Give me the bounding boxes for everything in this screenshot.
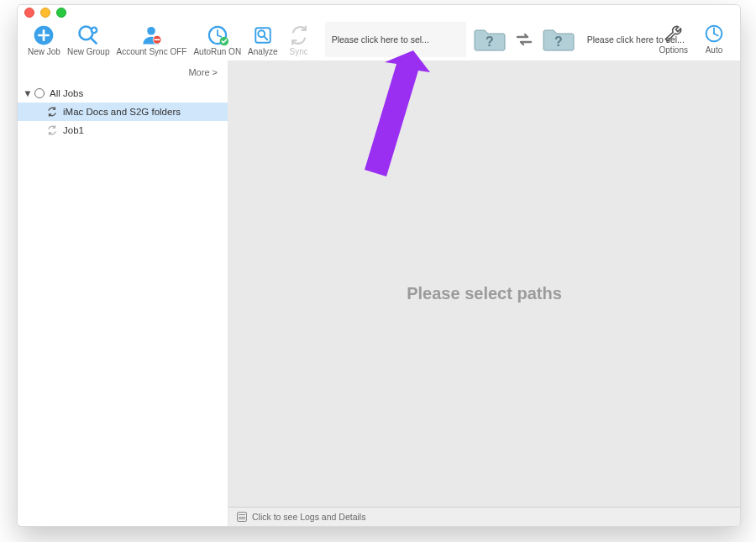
tree-item-imac-docs[interactable]: iMac Docs and S2G folders — [18, 103, 228, 121]
analyze-button[interactable]: Analyze — [244, 22, 281, 56]
left-path-selector[interactable]: Please click here to sel... — [325, 22, 466, 57]
svg-rect-7 — [92, 29, 96, 31]
status-bar[interactable]: Click to see Logs and Details — [228, 507, 740, 526]
svg-line-4 — [92, 39, 97, 44]
svg-point-8 — [148, 27, 156, 35]
sync-small-icon — [46, 124, 58, 136]
autorun-label: AutoRun ON — [193, 47, 241, 56]
disclosure-triangle-icon: ▼ — [23, 88, 33, 98]
svg-rect-2 — [38, 34, 50, 37]
list-icon — [237, 512, 247, 522]
svg-line-23 — [714, 34, 718, 35]
status-text: Click to see Logs and Details — [252, 512, 365, 522]
more-link[interactable]: More > — [18, 61, 228, 84]
svg-line-18 — [264, 36, 267, 39]
job-tree: ▼ All Jobs iMac Docs and S2G folders — [18, 84, 228, 526]
tree-item-label: iMac Docs and S2G folders — [63, 107, 181, 117]
toolbar-right-group: Options Auto — [656, 20, 732, 55]
sync-arrows-icon — [285, 24, 313, 47]
tree-root-all-jobs[interactable]: ▼ All Jobs — [18, 84, 228, 103]
new-group-button[interactable]: New Group — [64, 22, 113, 56]
autorun-button[interactable]: AutoRun ON — [190, 22, 244, 56]
jobs-sidebar: More > ▼ All Jobs iMac Docs and S2G fold… — [18, 61, 228, 526]
options-button[interactable]: Options — [656, 20, 691, 55]
clock-icon — [700, 22, 728, 45]
analyze-icon — [249, 24, 277, 47]
app-window: New Job New Group Account Sync OFF AutoR… — [17, 4, 741, 527]
left-path-text: Please click here to sel... — [332, 34, 429, 45]
search-plus-icon — [74, 24, 102, 47]
account-sync-button[interactable]: Account Sync OFF — [113, 22, 190, 56]
main-toolbar: New Job New Group Account Sync OFF AutoR… — [18, 20, 740, 61]
tree-root-label: All Jobs — [50, 88, 83, 98]
user-sync-icon — [137, 24, 165, 47]
right-folder-icon[interactable]: ? — [540, 25, 577, 54]
sync-button[interactable]: Sync — [281, 22, 317, 56]
tree-item-job1[interactable]: Job1 — [18, 121, 228, 139]
wrench-icon — [659, 22, 688, 45]
window-close-button[interactable] — [24, 8, 34, 18]
work-area: More > ▼ All Jobs iMac Docs and S2G fold… — [18, 61, 740, 526]
new-job-button[interactable]: New Job — [24, 22, 64, 56]
left-folder-icon[interactable]: ? — [471, 25, 508, 54]
plus-circle-icon — [29, 24, 58, 47]
circle-outline-icon — [34, 88, 45, 98]
options-label: Options — [659, 45, 688, 55]
path-selector-area: Please click here to sel... ? ? Please c… — [325, 22, 685, 57]
svg-text:?: ? — [486, 34, 494, 49]
window-maximize-button[interactable] — [56, 8, 66, 18]
window-titlebar — [18, 5, 740, 20]
new-job-label: New Job — [28, 47, 60, 56]
empty-state-text: Please select paths — [407, 284, 562, 303]
main-content-area: Please select paths Click to see Logs an… — [228, 61, 740, 526]
sync-small-icon — [46, 106, 58, 118]
svg-rect-11 — [155, 39, 160, 40]
auto-button[interactable]: Auto — [696, 20, 732, 55]
analyze-label: Analyze — [248, 47, 278, 56]
auto-label: Auto — [706, 45, 723, 55]
clock-check-icon — [203, 24, 232, 47]
new-group-label: New Group — [67, 47, 110, 56]
account-sync-label: Account Sync OFF — [116, 47, 186, 56]
tree-item-label: Job1 — [63, 125, 84, 135]
sync-label: Sync — [290, 47, 308, 56]
svg-text:?: ? — [554, 34, 563, 49]
swap-direction-icon[interactable] — [513, 29, 535, 50]
svg-line-14 — [218, 35, 221, 37]
window-minimize-button[interactable] — [40, 8, 50, 18]
